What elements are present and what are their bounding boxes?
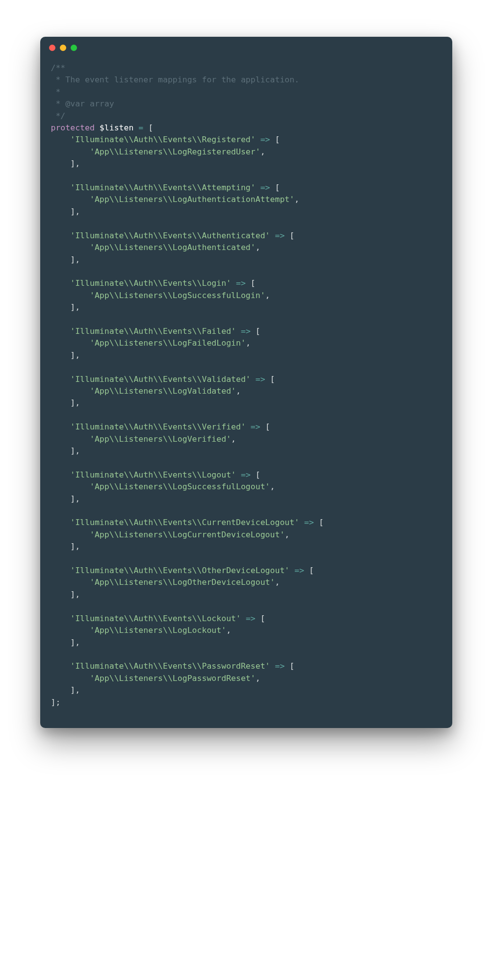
code-line: ], (51, 206, 441, 218)
code-line: 'App\\Listeners\\LogVerified', (51, 433, 441, 445)
code-line: 'App\\Listeners\\LogFailedLogin', (51, 337, 441, 349)
code-line: 'App\\Listeners\\LogPasswordReset', (51, 673, 441, 684)
code-line: 'Illuminate\\Auth\\Events\\OtherDeviceLo… (51, 565, 441, 577)
code-line: ], (51, 350, 441, 361)
comment-line: * The event listener mappings for the ap… (51, 74, 441, 86)
code-line: ], (51, 493, 441, 505)
code-line: ], (51, 397, 441, 409)
comment-line: /** (51, 62, 441, 74)
comment-line: * (51, 86, 441, 98)
blank-line (51, 314, 441, 326)
code-line: 'Illuminate\\Auth\\Events\\Logout' => [ (51, 469, 441, 481)
code-line: ], (51, 254, 441, 266)
zoom-icon[interactable] (71, 45, 77, 51)
blank-line (51, 361, 441, 373)
code-line: 'App\\Listeners\\LogRegisteredUser', (51, 146, 441, 158)
blank-line (51, 649, 441, 660)
code-block: /** * The event listener mappings for th… (40, 58, 452, 728)
close-icon[interactable] (49, 45, 55, 51)
code-line: ], (51, 589, 441, 601)
blank-line (51, 457, 441, 469)
code-line: ], (51, 637, 441, 649)
code-line: 'Illuminate\\Auth\\Events\\PasswordReset… (51, 660, 441, 672)
window-titlebar (40, 37, 452, 58)
blank-line (51, 218, 441, 229)
code-line: ], (51, 158, 441, 170)
code-line: 'App\\Listeners\\LogValidated', (51, 385, 441, 397)
code-line: ], (51, 302, 441, 313)
code-line: ], (51, 445, 441, 457)
blank-line (51, 505, 441, 517)
blank-line (51, 170, 441, 182)
code-line: 'App\\Listeners\\LogOtherDeviceLogout', (51, 577, 441, 588)
code-line: 'Illuminate\\Auth\\Events\\Registered' =… (51, 134, 441, 146)
code-line: 'Illuminate\\Auth\\Events\\Validated' =>… (51, 374, 441, 385)
code-line: ]; (51, 697, 441, 708)
code-line: 'App\\Listeners\\LogAuthenticated', (51, 242, 441, 253)
blank-line (51, 266, 441, 277)
blank-line (51, 601, 441, 612)
code-line: 'Illuminate\\Auth\\Events\\Verified' => … (51, 421, 441, 433)
code-line: 'Illuminate\\Auth\\Events\\Authenticated… (51, 230, 441, 242)
code-line: 'Illuminate\\Auth\\Events\\Failed' => [ (51, 326, 441, 337)
code-line: 'App\\Listeners\\LogSuccessfulLogout', (51, 481, 441, 493)
blank-line (51, 409, 441, 421)
code-line: 'App\\Listeners\\LogLockout', (51, 625, 441, 636)
minimize-icon[interactable] (60, 45, 66, 51)
code-line: 'App\\Listeners\\LogAuthenticationAttemp… (51, 194, 441, 205)
code-line: 'App\\Listeners\\LogSuccessfulLogin', (51, 290, 441, 302)
code-window: /** * The event listener mappings for th… (40, 37, 452, 728)
comment-line: */ (51, 110, 441, 122)
code-line: ], (51, 684, 441, 696)
blank-line (51, 553, 441, 565)
comment-line: * @var array (51, 98, 441, 110)
code-line: protected $listen = [ (51, 122, 441, 134)
code-line: ], (51, 541, 441, 553)
code-line: 'Illuminate\\Auth\\Events\\Attempting' =… (51, 182, 441, 194)
code-line: 'Illuminate\\Auth\\Events\\Lockout' => [ (51, 613, 441, 625)
code-line: 'App\\Listeners\\LogCurrentDeviceLogout'… (51, 529, 441, 541)
code-line: 'Illuminate\\Auth\\Events\\Login' => [ (51, 277, 441, 289)
code-line: 'Illuminate\\Auth\\Events\\CurrentDevice… (51, 517, 441, 528)
